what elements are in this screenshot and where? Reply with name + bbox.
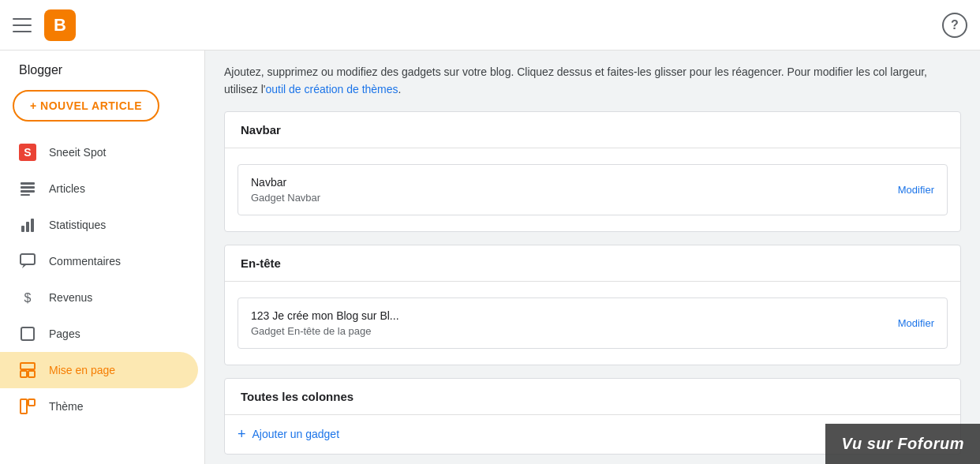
entete-section-body: 123 Je crée mon Blog sur Bl... Gadget En…: [225, 282, 960, 365]
navbar-section: Navbar Navbar Gadget Navbar Modifier: [224, 111, 961, 232]
theme-creation-link[interactable]: outil de création de thèmes: [265, 83, 398, 95]
entete-modifier-button[interactable]: Modifier: [898, 317, 934, 329]
sidebar: Blogger + NOUVEL ARTICLE S Sneeit Spot: [0, 51, 205, 464]
sidebar-item-theme-label: Thème: [49, 400, 84, 413]
svg-rect-9: [21, 254, 35, 264]
revenue-icon: $: [19, 289, 36, 306]
entete-gadget-title: 123 Je crée mon Blog sur Bl...: [251, 309, 934, 322]
entete-gadget-card: 123 Je crée mon Blog sur Bl... Gadget En…: [238, 297, 948, 349]
svg-rect-6: [21, 226, 24, 232]
svg-rect-15: [28, 371, 35, 377]
comments-icon: [19, 253, 36, 270]
navbar-gadget-title: Navbar: [251, 176, 934, 189]
new-post-button[interactable]: + NOUVEL ARTICLE: [13, 90, 159, 122]
sidebar-item-mise-en-page[interactable]: Mise en page: [0, 352, 198, 388]
sidebar-item-theme[interactable]: Thème: [0, 388, 198, 425]
sidebar-item-pages-label: Pages: [49, 327, 80, 340]
articles-icon: [19, 180, 36, 197]
watermark: Vu sur Foforum: [825, 424, 980, 464]
pages-icon: [19, 325, 36, 342]
add-gadget-label: Ajouter un gadget: [252, 428, 340, 440]
logo-letter: B: [54, 15, 66, 36]
svg-rect-17: [28, 399, 35, 406]
entete-gadget-subtitle: Gadget En-tête de la page: [251, 325, 934, 337]
sidebar-item-sneeit-spot[interactable]: S Sneeit Spot: [0, 134, 198, 170]
navbar-gadget-card: Navbar Gadget Navbar Modifier: [238, 164, 948, 215]
sidebar-item-articles-label: Articles: [49, 182, 85, 195]
sidebar-brand: Blogger: [0, 51, 204, 84]
main-layout: Blogger + NOUVEL ARTICLE S Sneeit Spot: [0, 51, 980, 464]
svg-text:S: S: [24, 146, 31, 159]
sidebar-item-statistiques-label: Statistiques: [49, 219, 106, 231]
navbar-section-body: Navbar Gadget Navbar Modifier: [225, 148, 960, 231]
svg-rect-2: [21, 182, 35, 185]
sidebar-nav: S Sneeit Spot Articles: [0, 134, 204, 425]
svg-rect-16: [21, 399, 27, 413]
toutes-colonnes-section-header: Toutes les colonnes: [225, 379, 960, 415]
blogger-logo: B: [44, 9, 76, 41]
navbar-modifier-button[interactable]: Modifier: [898, 184, 934, 196]
svg-rect-3: [21, 186, 35, 189]
svg-rect-5: [21, 194, 30, 196]
sidebar-item-revenus-label: Revenus: [49, 291, 92, 304]
content-inner: Ajoutez, supprimez ou modifiez des gadge…: [205, 51, 980, 464]
sidebar-item-sneeit-spot-label: Sneeit Spot: [49, 146, 106, 159]
layout-icon: [19, 361, 36, 379]
menu-icon[interactable]: [13, 16, 32, 35]
topbar: B ?: [0, 0, 980, 51]
sidebar-item-mise-en-page-label: Mise en page: [49, 364, 115, 376]
sidebar-item-commentaires[interactable]: Commentaires: [0, 243, 198, 279]
info-text: Ajoutez, supprimez ou modifiez des gadge…: [224, 63, 961, 99]
svg-rect-12: [21, 327, 34, 340]
svg-rect-14: [21, 371, 27, 377]
sidebar-item-commentaires-label: Commentaires: [49, 255, 121, 268]
theme-icon: [19, 398, 36, 415]
sidebar-item-pages[interactable]: Pages: [0, 316, 198, 352]
svg-rect-4: [21, 190, 35, 193]
svg-rect-7: [26, 222, 29, 232]
svg-rect-13: [21, 363, 35, 369]
entete-section-header: En-tête: [225, 245, 960, 282]
add-plus-icon: +: [238, 426, 246, 443]
entete-section: En-tête 123 Je crée mon Blog sur Bl... G…: [224, 245, 961, 365]
navbar-gadget-subtitle: Gadget Navbar: [251, 192, 934, 204]
navbar-section-header: Navbar: [225, 112, 960, 148]
svg-rect-8: [31, 219, 34, 232]
stats-icon: [19, 216, 36, 234]
sneeit-spot-icon: S: [19, 144, 36, 161]
help-icon[interactable]: ?: [942, 13, 967, 38]
sidebar-item-revenus[interactable]: $ Revenus: [0, 279, 198, 316]
content-area: Ajoutez, supprimez ou modifiez des gadge…: [205, 51, 980, 464]
sidebar-item-statistiques[interactable]: Statistiques: [0, 207, 198, 243]
svg-text:$: $: [24, 291, 32, 305]
sidebar-item-articles[interactable]: Articles: [0, 170, 198, 207]
